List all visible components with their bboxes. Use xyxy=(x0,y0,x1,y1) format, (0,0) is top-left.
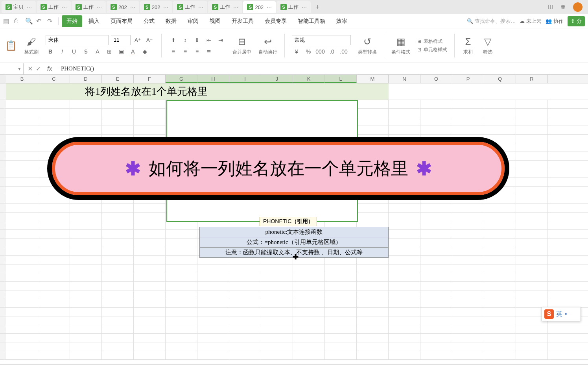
grid-cell[interactable] xyxy=(229,351,261,359)
grid-cell[interactable] xyxy=(484,247,516,255)
grid-cell[interactable] xyxy=(70,282,102,290)
grid-cell[interactable] xyxy=(197,204,229,212)
grid-cell[interactable] xyxy=(166,299,197,307)
grid-cell[interactable] xyxy=(420,351,452,359)
grid-cell[interactable] xyxy=(166,256,197,264)
strikethrough-icon[interactable]: S̶ xyxy=(81,47,90,56)
grid-cell[interactable] xyxy=(389,230,420,238)
grid-cell[interactable] xyxy=(452,342,484,351)
grid-cell[interactable] xyxy=(389,325,420,333)
grid-cell[interactable] xyxy=(357,204,389,212)
grid-cell[interactable] xyxy=(102,256,134,264)
row-header[interactable] xyxy=(0,299,6,307)
grid-cell[interactable] xyxy=(70,126,102,134)
grid-cell[interactable] xyxy=(6,342,38,351)
grid-cell[interactable] xyxy=(229,299,261,307)
grid-cell[interactable] xyxy=(357,290,389,299)
justify-icon[interactable]: ≣ xyxy=(204,46,214,56)
redo-icon[interactable]: ↷ xyxy=(47,17,55,25)
grid-cell[interactable] xyxy=(6,308,38,316)
grid-cell[interactable] xyxy=(516,100,548,108)
grid-cell[interactable] xyxy=(197,290,229,299)
grid-cell[interactable] xyxy=(452,230,484,238)
grid-cell[interactable] xyxy=(102,334,134,342)
grid-cell[interactable] xyxy=(70,109,102,117)
grid-cell[interactable] xyxy=(6,100,38,108)
grid-cell[interactable] xyxy=(452,204,484,212)
grid-cell[interactable] xyxy=(6,230,38,238)
grid-cell[interactable] xyxy=(516,126,548,134)
undo-icon[interactable]: ↶ xyxy=(36,17,44,25)
grid-cell[interactable] xyxy=(516,334,548,342)
menu-smarttools[interactable]: 智能工具箱 xyxy=(293,15,330,27)
currency-icon[interactable]: ¥ xyxy=(292,47,301,56)
merged-title-cell[interactable]: 将1列姓名放在1个单元格里 xyxy=(6,83,389,100)
grid-cell[interactable] xyxy=(229,334,261,342)
name-box[interactable]: ▾ xyxy=(0,63,24,74)
grid-cell[interactable] xyxy=(389,256,420,264)
grid-cell[interactable] xyxy=(197,109,229,117)
grid-cell[interactable] xyxy=(38,299,70,307)
spreadsheet-grid[interactable]: BCDEFGHIJKLMNOPQR 将1列姓名放在1个单元格里 PHONETIC… xyxy=(0,75,588,364)
grid-cell[interactable] xyxy=(6,143,38,152)
grid-cell[interactable] xyxy=(516,161,548,169)
column-header[interactable]: E xyxy=(102,75,134,83)
font-more-icon[interactable]: A xyxy=(93,47,102,56)
grid-cell[interactable] xyxy=(484,213,516,221)
grid-cell[interactable] xyxy=(102,325,134,333)
grid-cell[interactable] xyxy=(516,256,548,264)
grid-cell[interactable] xyxy=(452,264,484,273)
grid-cell[interactable] xyxy=(325,290,357,299)
grid-cell[interactable] xyxy=(389,109,420,117)
row-header[interactable] xyxy=(0,213,6,221)
column-header[interactable]: I xyxy=(229,75,261,83)
grid-cell[interactable] xyxy=(516,230,548,238)
grid-cell[interactable] xyxy=(261,290,293,299)
grid-cell[interactable] xyxy=(293,100,325,108)
grid-cell[interactable] xyxy=(102,290,134,299)
sheet-tab[interactable]: 员工工资 xyxy=(53,366,85,368)
grid-cell[interactable] xyxy=(197,126,229,134)
grid-cell[interactable] xyxy=(293,351,325,359)
grid-cell[interactable] xyxy=(261,273,293,281)
grid-cell[interactable] xyxy=(389,117,420,126)
grid-cell[interactable] xyxy=(134,282,166,290)
merge-cells-icon[interactable]: ⊟ xyxy=(236,35,248,48)
grid-cell[interactable] xyxy=(516,109,548,117)
grid-cell[interactable] xyxy=(38,126,70,134)
grid-cell[interactable] xyxy=(389,100,420,108)
grid-cell[interactable] xyxy=(452,325,484,333)
grid-cell[interactable] xyxy=(325,316,357,325)
grid-cell[interactable] xyxy=(229,273,261,281)
grid-cell[interactable] xyxy=(484,325,516,333)
grid-cell[interactable] xyxy=(197,351,229,359)
column-header[interactable]: H xyxy=(197,75,229,83)
increase-decimal-icon[interactable]: .00 xyxy=(339,47,348,56)
grid-cell[interactable] xyxy=(134,230,166,238)
print-icon[interactable]: ⎙ xyxy=(14,17,22,25)
grid-cell[interactable] xyxy=(102,204,134,212)
collab-button[interactable]: 👥协作 xyxy=(546,18,564,25)
grid-cell[interactable] xyxy=(38,213,70,221)
grid-cell[interactable] xyxy=(484,204,516,212)
comma-icon[interactable]: 000 xyxy=(315,47,325,56)
grid-cell[interactable] xyxy=(261,299,293,307)
doc-tab[interactable]: S工作⋯ xyxy=(173,1,207,13)
grid-cell[interactable] xyxy=(102,221,134,229)
grid-cell[interactable] xyxy=(6,152,38,160)
grid-cell[interactable] xyxy=(197,100,229,108)
grid-cell[interactable] xyxy=(293,117,325,126)
grid-cell[interactable] xyxy=(420,334,452,342)
grid-cell[interactable] xyxy=(197,282,229,290)
grid-cell[interactable] xyxy=(516,351,548,359)
decrease-font-icon[interactable]: A⁻ xyxy=(145,35,154,45)
grid-cell[interactable] xyxy=(420,239,452,247)
grid-cell[interactable] xyxy=(38,308,70,316)
grid-cell[interactable] xyxy=(38,273,70,281)
grid-cell[interactable] xyxy=(38,204,70,212)
row-header[interactable] xyxy=(0,143,6,152)
grid-cell[interactable] xyxy=(452,308,484,316)
grid-cell[interactable] xyxy=(6,117,38,126)
grid-cell[interactable] xyxy=(102,273,134,281)
grid-cell[interactable] xyxy=(229,126,261,134)
